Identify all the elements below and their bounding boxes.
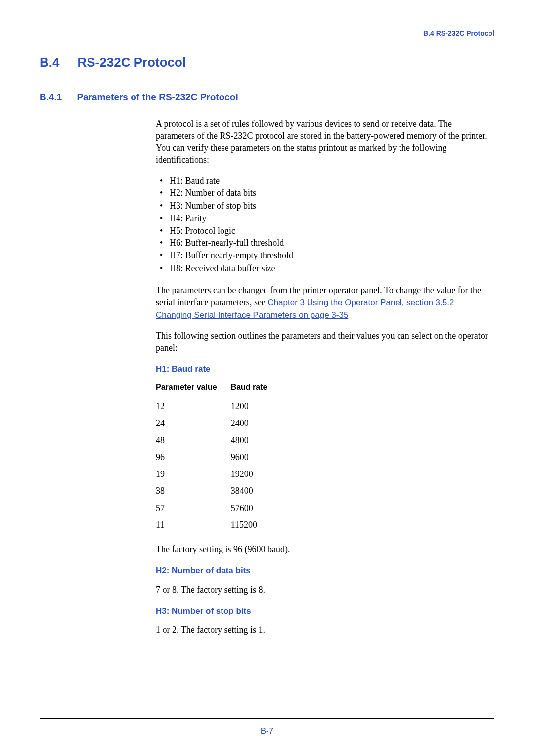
table-row: 484800: [156, 432, 281, 449]
table-row: 3838400: [156, 482, 281, 499]
cell-br: 4800: [231, 432, 281, 449]
list-item: H6: Buffer-nearly-full threshold: [156, 237, 492, 249]
cell-br: 1200: [231, 398, 281, 415]
table-row: 242400: [156, 415, 281, 431]
running-header: B.4 RS-232C Protocol: [40, 29, 494, 37]
cell-br: 2400: [231, 415, 281, 431]
list-item: H7: Buffer nearly-empty threshold: [156, 249, 492, 262]
cell-br: 38400: [231, 482, 281, 499]
section-title: RS-232C Protocol: [77, 55, 186, 70]
cell-pv: 57: [156, 500, 231, 517]
cell-pv: 38: [156, 482, 231, 499]
rule-bottom: [40, 718, 494, 719]
list-item: H1: Baud rate: [156, 175, 492, 187]
list-item: H3: Number of stop bits: [156, 200, 492, 212]
table-row: 969600: [156, 449, 281, 466]
crossref-paragraph: The parameters can be changed from the p…: [156, 284, 492, 321]
lead-paragraph: This following section outlines the para…: [156, 330, 492, 354]
h1-baud-rate-heading: H1: Baud rate: [156, 364, 492, 375]
section-heading: B.4 RS-232C Protocol: [40, 55, 494, 70]
parameter-list: H1: Baud rate H2: Number of data bits H3…: [156, 175, 492, 275]
col-header-baud-rate: Baud rate: [231, 382, 281, 398]
h3-body: 1 or 2. The factory setting is 1.: [156, 624, 492, 636]
cell-pv: 12: [156, 398, 231, 415]
list-item: H8: Received data buffer size: [156, 262, 492, 275]
cell-pv: 24: [156, 415, 231, 431]
page-body: B.4 RS-232C Protocol B.4 RS-232C Protoco…: [40, 20, 494, 726]
h3-stop-bits-heading: H3: Number of stop bits: [156, 606, 492, 617]
table-header-row: Parameter value Baud rate: [156, 382, 281, 398]
list-item: H4: Parity: [156, 212, 492, 225]
h1-note: The factory setting is 96 (9600 baud).: [156, 543, 492, 555]
table-row: 11115200: [156, 517, 281, 533]
cell-br: 9600: [231, 449, 281, 466]
col-header-parameter-value: Parameter value: [156, 382, 231, 398]
h2-body: 7 or 8. The factory setting is 8.: [156, 584, 492, 596]
cell-br: 115200: [231, 517, 281, 533]
subsection-number: B.4.1: [40, 92, 62, 103]
list-item: H2: Number of data bits: [156, 187, 492, 199]
table-row: 5757600: [156, 500, 281, 517]
cell-br: 57600: [231, 500, 281, 517]
cell-pv: 48: [156, 432, 231, 449]
page-number: B-7: [0, 726, 534, 736]
table-row: 121200: [156, 398, 281, 415]
rule-top: [40, 20, 494, 20]
subsection-heading: B.4.1 Parameters of the RS-232C Protocol: [40, 92, 494, 103]
cell-pv: 96: [156, 449, 231, 466]
cell-br: 19200: [231, 466, 281, 482]
table-row: 1919200: [156, 466, 281, 482]
intro-paragraph: A protocol is a set of rules followed by…: [156, 118, 492, 166]
cell-pv: 19: [156, 466, 231, 482]
baud-rate-table: Parameter value Baud rate 121200 242400 …: [156, 382, 281, 533]
body-column: A protocol is a set of rules followed by…: [156, 118, 492, 636]
list-item: H5: Protocol logic: [156, 225, 492, 237]
h2-data-bits-heading: H2: Number of data bits: [156, 566, 492, 577]
cell-pv: 11: [156, 517, 231, 533]
subsection-title: Parameters of the RS-232C Protocol: [77, 92, 238, 103]
section-number: B.4: [40, 55, 59, 70]
